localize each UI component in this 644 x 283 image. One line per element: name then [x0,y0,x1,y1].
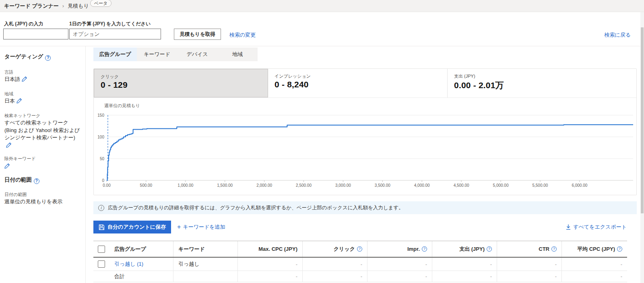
x-tick-label: 3,000.00 [335,183,351,188]
edit-location-icon[interactable] [17,98,22,103]
x-tick-label: 4,500.00 [454,183,469,188]
metric-value: 0 - 8,240 [275,80,441,89]
empty-value-dash: - [296,261,297,267]
ad-group-name[interactable]: 引っ越し (1) [114,260,143,268]
column-header-クリック[interactable]: クリック [302,241,367,257]
x-tick-label: 2,500.00 [296,183,312,188]
tab-デバイス[interactable]: デバイス [177,48,217,61]
scrollbar-thumb[interactable] [641,27,644,213]
edit-language-icon[interactable] [22,76,27,82]
date-range-value: 週単位の見積もりを表示 [4,198,81,206]
export-all-label: すべてをエクスポート [573,223,627,231]
metric-card-インプレッション[interactable]: インプレッション0 - 8,240 [268,69,447,97]
column-header-label: 広告グループ [114,246,146,253]
targeting-sidebar: ターゲティング 言語 日本語 地域 日本 検索ネットワーク すべての検索ネットワ… [0,46,86,283]
metric-cards: クリック0 - 129インプレッション0 - 8,240支出 (JPY)0.00… [94,69,636,98]
column-header-平均 CPC (JPY)[interactable]: 平均 CPC (JPY) [561,241,627,257]
back-to-search-link[interactable]: 検索に戻る [604,31,631,39]
targeting-help-icon[interactable] [45,55,51,61]
empty-value-dash: - [621,273,622,279]
column-header-CTR[interactable]: CTR [497,241,561,257]
row-checkbox-cell [93,271,109,282]
column-header-キーワード[interactable]: キーワード [173,241,237,257]
network-value: すべての検索ネットワーク (Bing および Yahoo! 検索およびシンジケー… [4,119,81,149]
x-tick-label: 500.00 [140,183,153,188]
x-tick-label: 5,000.00 [493,183,509,188]
location-label: 地域 [4,91,81,97]
x-tick-label: 6,000.00 [572,183,587,188]
date-range-help-icon[interactable] [34,178,39,184]
targeting-title-text: ターゲティング [4,54,43,60]
breadcrumb-estimates: 見積もり [68,2,89,10]
clicks-line-series [107,125,633,180]
metric-label: 支出 (JPY) [454,73,630,79]
budget-input-label: 1日の予算 (JPY) を入力してください [69,21,151,27]
column-help-icon[interactable] [551,246,557,252]
metric-value-cell: - [561,271,627,282]
column-header-支出 (JPY)[interactable]: 支出 (JPY) [432,241,497,257]
metric-label: インプレッション [275,73,441,79]
y-tick-label: 50 [100,157,105,161]
metric-card-クリック[interactable]: クリック0 - 129 [94,69,268,97]
x-tick-label: 2,000.00 [256,183,272,188]
network-label: 検索ネットワーク [4,113,81,119]
column-help-icon[interactable] [422,246,427,252]
y-tick-label: 0 [102,178,104,183]
column-header-Impr.[interactable]: Impr. [367,241,432,257]
column-help-icon[interactable] [487,246,492,252]
location-value: 日本 [4,97,81,105]
x-tick-label: 3,500.00 [375,183,390,188]
row-checkbox-cell [93,258,109,271]
tabs: 広告グループキーワードデバイス地域 [93,48,258,61]
get-estimates-button[interactable]: 見積もりを取得 [174,29,221,40]
empty-value-dash: - [361,261,362,267]
column-header-label: Max. CPC (JPY) [258,246,297,252]
breadcrumb-keyword-planner[interactable]: キーワード プランナー [4,2,59,10]
metric-card-支出 (JPY)[interactable]: 支出 (JPY)0.00 - 2.01万 [447,69,636,97]
ad-group-cell: 引っ越し (1) [109,258,173,271]
network-value-text: すべての検索ネットワーク (Bing および Yahoo! 検索およびシンジケー… [4,120,80,141]
estimates-table: 広告グループキーワードMax. CPC (JPY)クリックImpr.支出 (JP… [93,241,627,282]
language-label: 言語 [4,69,81,75]
select-all-checkbox[interactable] [98,246,105,253]
location-value-text: 日本 [4,98,15,104]
plus-icon: + [177,223,181,230]
tab-広告グループ[interactable]: 広告グループ [93,48,137,61]
column-header-label: Impr. [407,246,420,252]
column-header-label: 平均 CPC (JPY) [577,246,615,253]
metric-value-cell: - [367,258,432,271]
column-header-label: 支出 (JPY) [459,246,485,253]
add-keywords-link[interactable]: +キーワードを追加 [177,223,225,231]
edit-negative-keywords-icon[interactable] [4,163,10,169]
budget-input[interactable] [69,29,161,39]
export-all-link[interactable]: すべてをエクスポート [566,223,627,231]
column-header-広告グループ[interactable]: 広告グループ [109,241,173,257]
save-button-label: 自分のアカウントに保存 [107,223,166,231]
row-checkbox[interactable] [98,260,105,268]
date-range-label: 日付の範囲 [4,192,81,198]
vertical-scrollbar[interactable] [640,12,644,283]
metric-value-cell: - [497,258,561,271]
x-tick-label: 1,000.00 [178,183,193,188]
change-search-link[interactable]: 検索の変更 [229,31,256,39]
table-row: 引っ越し (1)引っ越し------ [93,258,627,271]
tab-地域[interactable]: 地域 [217,48,258,61]
ad-group-name: 合計 [114,273,125,280]
empty-value-dash: - [425,261,427,267]
edit-network-icon[interactable] [6,142,12,148]
estimates-chart[interactable]: 0501001500.00500.001,000.001,500.002,000… [94,105,636,194]
breadcrumb-bar: キーワード プランナー › 見積もり ベータ [0,0,644,12]
negative-keywords-label: 除外キーワード [4,156,81,162]
column-help-icon[interactable] [617,246,622,252]
bid-input[interactable] [3,29,68,39]
breadcrumb-separator-icon: › [62,3,64,9]
tab-キーワード[interactable]: キーワード [137,48,177,61]
metric-value-cell: - [237,271,302,282]
header-checkbox-cell [93,241,109,257]
metric-value-cell: - [561,258,627,271]
negative-keywords-edit [4,163,81,169]
column-help-icon[interactable] [357,246,362,252]
empty-value-dash: - [296,273,297,279]
column-header-Max. CPC (JPY)[interactable]: Max. CPC (JPY) [237,241,302,257]
save-to-account-button[interactable]: 自分のアカウントに保存 [93,221,171,233]
